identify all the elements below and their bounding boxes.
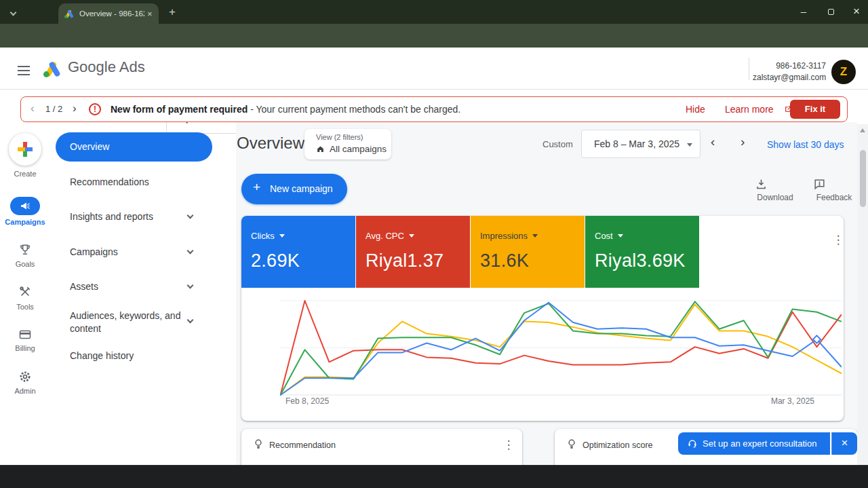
nav-item-overview[interactable]: Overview (56, 132, 212, 162)
credit-card-icon (18, 328, 32, 341)
browser-titlebar: Overview - 986-162-3117 - Goo × + – × (0, 0, 868, 24)
feedback-icon (813, 178, 826, 191)
window-restore-button[interactable] (818, 0, 844, 24)
lightbulb-icon (566, 438, 578, 450)
product-name: Google Ads (68, 58, 145, 76)
dropdown-caret-icon (532, 234, 538, 238)
create-button[interactable] (9, 133, 41, 166)
browser-tab[interactable]: Overview - 986-162-3117 - Goo × (58, 3, 159, 24)
banner-next-icon[interactable]: › (73, 102, 77, 115)
feedback-button[interactable]: Feedback (813, 178, 855, 202)
recommendation-kebab-icon[interactable]: ⋮ (500, 437, 517, 453)
rail-label-billing: Billing (0, 344, 50, 352)
scorecard-avg-cpc[interactable]: Avg. CPC Riyal1.37 (356, 216, 470, 288)
learn-more-link[interactable]: Learn more (725, 104, 774, 115)
optimization-score-title: Optimization score (583, 440, 653, 450)
rail-item-goals[interactable] (18, 243, 32, 257)
scorecard-clicks[interactable]: Clicks 2.69K (241, 216, 355, 288)
banner-pager: 1 / 2 (45, 104, 62, 114)
main-menu-icon[interactable] (18, 63, 30, 78)
view-label: View (2 filters) (316, 133, 363, 141)
consultation-close-icon[interactable]: × (831, 432, 857, 455)
restore-icon (828, 9, 834, 15)
rail-item-tools[interactable] (18, 285, 32, 299)
new-campaign-button[interactable]: + New campaign (241, 174, 347, 204)
show-last-30-days-link[interactable]: Show last 30 days (767, 139, 844, 150)
nav-item-campaigns[interactable]: Campaigns (70, 246, 118, 257)
chevron-down-icon[interactable] (187, 212, 194, 219)
window-minimize-button[interactable]: – (791, 0, 816, 24)
scorecard-value: 31.6K (480, 250, 585, 271)
account-email: zalstayr@gmail.com (753, 73, 826, 82)
scrollbar-thumb[interactable] (860, 150, 866, 207)
google-ads-favicon (64, 9, 75, 19)
page-scrollbar[interactable] (857, 124, 868, 465)
feedback-label: Feedback (813, 193, 855, 202)
recommendation-title: Recommendation (269, 440, 336, 450)
scorecard-value: Riyal3.69K (595, 250, 699, 271)
date-range-value: Feb 8 – Mar 3, 2025 (594, 138, 679, 149)
banner-prev-icon[interactable]: ‹ (31, 102, 35, 115)
tab-search-button[interactable] (5, 5, 20, 20)
dropdown-caret-icon (618, 234, 623, 238)
scorecard-label: Clicks (251, 231, 275, 241)
rail-item-campaigns[interactable] (10, 197, 40, 215)
chart-x-end-label: Mar 3, 2025 (747, 396, 814, 406)
nav-item-audiences[interactable]: Audiences, keywords, and content (70, 309, 184, 335)
new-campaign-label: New campaign (270, 183, 333, 194)
date-next-icon[interactable]: › (741, 134, 745, 149)
banner-text: New form of payment required - Your curr… (111, 104, 460, 115)
chevron-down-icon[interactable] (187, 248, 194, 255)
home-icon (315, 144, 326, 154)
rail-item-admin[interactable] (18, 370, 32, 383)
chart-x-start-label: Feb 8, 2025 (285, 396, 329, 406)
gear-icon (18, 370, 32, 383)
account-avatar[interactable]: Z (831, 60, 856, 84)
dropdown-caret-icon (279, 234, 285, 238)
rail-item-billing[interactable] (18, 328, 32, 341)
lightbulb-icon (252, 438, 264, 450)
rail-label-create: Create (0, 170, 50, 178)
scorecard-value: 2.69K (251, 250, 355, 271)
overview-chart[interactable] (280, 297, 842, 398)
rail-label-tools: Tools (0, 303, 50, 311)
chevron-down-icon[interactable] (187, 282, 194, 289)
nav-item-assets[interactable]: Assets (70, 281, 98, 292)
scorecard-cost[interactable]: Cost Riyal3.69K (585, 216, 699, 288)
expert-consultation-button[interactable]: Set up an expert consultation (678, 432, 830, 455)
overview-chart-card: Clicks 2.69K Avg. CPC Riyal1.37 Impressi… (241, 216, 844, 421)
account-id: 986-162-3117 (753, 61, 826, 71)
scorecard-value: Riyal1.37 (366, 250, 470, 271)
rail-label-goals: Goals (0, 260, 50, 268)
headset-icon (687, 438, 698, 449)
date-range-picker[interactable]: Feb 8 – Mar 3, 2025 (581, 130, 701, 158)
scorecard-impressions[interactable]: Impressions 31.6K (471, 216, 585, 288)
download-button[interactable]: Download (755, 178, 795, 202)
banner-title: New form of payment required (111, 104, 248, 115)
view-filter-chip[interactable]: View (2 filters) All campaigns (304, 129, 391, 159)
date-prev-icon[interactable]: ‹ (711, 134, 715, 149)
tab-title: Overview - 986-162-3117 - Goo (79, 10, 144, 18)
fix-it-button[interactable]: Fix it (790, 100, 840, 119)
megaphone-icon (20, 200, 31, 212)
scorecard-label: Impressions (480, 231, 528, 241)
dropdown-caret-icon (409, 234, 414, 238)
banner-message: - Your current payment methods can't be … (250, 104, 460, 115)
rail-label-admin: Admin (0, 387, 50, 395)
account-info[interactable]: 986-162-3117 zalstayr@gmail.com (753, 61, 826, 82)
hide-button[interactable]: Hide (686, 104, 705, 115)
nav-item-insights-reports[interactable]: Insights and reports (70, 211, 153, 222)
nav-item-change-history[interactable]: Change history (70, 350, 134, 361)
download-icon (755, 178, 768, 191)
tools-icon (18, 285, 32, 299)
window-close-button[interactable]: × (844, 0, 868, 24)
nav-item-recommendations[interactable]: Recommendations (70, 176, 149, 187)
chevron-down-icon[interactable] (187, 317, 194, 324)
scroll-up-icon[interactable] (860, 128, 865, 132)
google-ads-logo (42, 60, 62, 79)
plus-icon: + (253, 180, 260, 195)
tab-close-icon[interactable]: × (147, 9, 153, 19)
chart-menu-kebab-icon[interactable]: ⋮ (830, 232, 844, 248)
new-tab-button[interactable]: + (164, 4, 180, 20)
trophy-icon (18, 243, 32, 257)
